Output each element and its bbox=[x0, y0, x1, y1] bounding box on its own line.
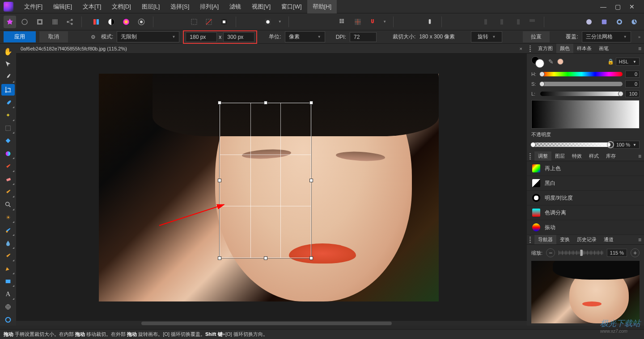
panel-tab[interactable]: 画笔 bbox=[595, 44, 612, 53]
clone-brush-tool-icon[interactable] bbox=[1, 186, 15, 198]
menu-item[interactable]: 窗口[W] bbox=[276, 0, 307, 13]
marquee-tool-icon[interactable] bbox=[1, 122, 15, 134]
panel-menu-icon[interactable]: ≡ bbox=[638, 153, 641, 159]
move-tool-icon[interactable] bbox=[1, 59, 15, 71]
crop-tool-icon[interactable] bbox=[1, 84, 15, 96]
snap-icon[interactable] bbox=[367, 16, 379, 28]
straighten-button[interactable]: 拉直 bbox=[523, 31, 550, 42]
zoom-value[interactable]: 115 % bbox=[607, 249, 627, 257]
color-mode-select[interactable]: HSL▼ bbox=[616, 58, 640, 66]
color-picker-wheel-icon[interactable] bbox=[1, 314, 15, 326]
invert-selection-icon[interactable] bbox=[218, 16, 230, 28]
workspace-export-icon[interactable] bbox=[64, 16, 76, 28]
mesh-tool-icon[interactable] bbox=[1, 301, 15, 313]
shape-donut-icon[interactable] bbox=[613, 16, 626, 28]
crop-handle[interactable] bbox=[218, 256, 221, 260]
panel-tab[interactable]: 样本条 bbox=[573, 44, 595, 53]
quick-mask-dropdown-icon[interactable]: ▼ bbox=[277, 16, 283, 28]
panel-tab[interactable]: 历史记录 bbox=[573, 235, 600, 244]
brush-tool-icon[interactable] bbox=[1, 96, 15, 109]
crop-handle[interactable] bbox=[309, 256, 313, 260]
eyedropper-icon[interactable]: ✎ bbox=[548, 58, 554, 65]
paint-brush-tool-icon[interactable] bbox=[1, 160, 15, 172]
quick-mask-icon[interactable] bbox=[262, 16, 274, 28]
sat-value[interactable]: 0 bbox=[625, 80, 640, 88]
crop-handle[interactable] bbox=[309, 101, 313, 105]
menu-item[interactable]: 编辑[E] bbox=[48, 0, 77, 13]
assistant-icon[interactable] bbox=[424, 16, 436, 28]
text-tool-icon[interactable]: A bbox=[1, 288, 15, 300]
burn-tool-icon[interactable]: ☀ bbox=[1, 212, 15, 224]
menu-item[interactable]: 滤镜 bbox=[224, 0, 246, 13]
panel-tab[interactable]: 颜色 bbox=[556, 44, 573, 53]
unit-select[interactable]: 像素▼ bbox=[285, 31, 325, 42]
menu-item[interactable]: 图层[L] bbox=[136, 0, 165, 13]
hue-slider[interactable] bbox=[540, 72, 623, 76]
eraser-tool-icon[interactable] bbox=[1, 173, 15, 185]
maximize-button[interactable]: ▢ bbox=[613, 2, 623, 11]
navigator-thumbnail[interactable] bbox=[531, 261, 640, 323]
snap-dropdown-icon[interactable]: ▼ bbox=[381, 16, 388, 28]
panel-menu-icon[interactable]: ≡ bbox=[638, 46, 641, 52]
sat-slider[interactable] bbox=[540, 82, 623, 86]
menu-item[interactable]: 选择[S] bbox=[165, 0, 195, 13]
auto-color-icon[interactable] bbox=[90, 16, 102, 28]
arrange-more-icon[interactable] bbox=[526, 16, 538, 28]
options-overflow-icon[interactable]: » bbox=[636, 35, 640, 39]
pen-tool-icon[interactable] bbox=[1, 263, 15, 275]
width-input[interactable]: 180 px bbox=[186, 32, 217, 42]
workspace-develop-icon[interactable] bbox=[34, 16, 46, 28]
opacity-value[interactable]: 100 %▼ bbox=[613, 141, 640, 149]
auto-contrast-icon[interactable] bbox=[105, 16, 118, 28]
minimize-button[interactable]: — bbox=[598, 2, 608, 11]
lock-icon[interactable]: 🔒 bbox=[607, 59, 614, 65]
color-gradient-box[interactable] bbox=[531, 100, 640, 129]
rotate-button[interactable]: 旋转▼ bbox=[471, 31, 502, 42]
color-swatch-icon[interactable] bbox=[531, 56, 545, 67]
light-slider[interactable] bbox=[540, 92, 623, 96]
arrange-right-icon[interactable] bbox=[511, 16, 523, 28]
sharpen-tool-icon[interactable] bbox=[1, 250, 15, 262]
canvas-area[interactable] bbox=[16, 54, 527, 326]
auto-levels-icon[interactable] bbox=[120, 16, 132, 28]
eyedropper-tool-icon[interactable] bbox=[1, 71, 15, 83]
horizontal-scrollbar[interactable] bbox=[16, 320, 527, 326]
close-button[interactable]: ✕ bbox=[627, 2, 637, 11]
menu-item[interactable]: 帮助[H] bbox=[307, 0, 337, 13]
magic-wand-tool-icon[interactable]: ✦ bbox=[1, 109, 15, 121]
guides-icon[interactable] bbox=[352, 16, 364, 28]
flood-fill-tool-icon[interactable] bbox=[1, 135, 15, 147]
gear-icon[interactable]: ⚙ bbox=[89, 33, 97, 42]
panel-tab[interactable]: 变换 bbox=[556, 235, 573, 244]
adjustment-item[interactable]: 明度/对比度 bbox=[527, 191, 644, 205]
height-input[interactable]: 300 px bbox=[223, 32, 254, 42]
menu-item[interactable]: 视图[V] bbox=[246, 0, 276, 13]
crop-handle[interactable] bbox=[309, 179, 313, 182]
close-tab-icon[interactable]: × bbox=[520, 46, 522, 51]
auto-wb-icon[interactable] bbox=[135, 16, 148, 28]
apply-button[interactable]: 应用 bbox=[4, 31, 36, 42]
crop-handle[interactable] bbox=[218, 179, 221, 182]
menu-item[interactable]: 文件[F] bbox=[19, 0, 48, 13]
deselect-icon[interactable] bbox=[203, 16, 215, 28]
arrange-center-icon[interactable] bbox=[496, 16, 508, 28]
light-value[interactable]: 100 bbox=[625, 90, 640, 97]
rectangle-tool-icon[interactable] bbox=[1, 276, 15, 288]
gradient-tool-icon[interactable] bbox=[1, 148, 15, 160]
heal-tool-icon[interactable] bbox=[1, 224, 15, 236]
blur-tool-icon[interactable] bbox=[1, 237, 15, 249]
zoom-out-button[interactable]: − bbox=[546, 248, 555, 257]
zoom-in-button[interactable]: + bbox=[631, 248, 640, 257]
panel-tab[interactable]: 导航器 bbox=[534, 235, 556, 244]
marquee-icon[interactable] bbox=[188, 16, 200, 28]
panel-tab[interactable]: 图层 bbox=[551, 151, 568, 161]
panel-tab[interactable]: 调整 bbox=[534, 151, 551, 161]
panel-tab[interactable]: 通道 bbox=[600, 235, 617, 244]
mode-select[interactable]: 无限制▼ bbox=[117, 31, 179, 42]
shape-pie-icon[interactable] bbox=[628, 16, 640, 28]
menu-item[interactable]: 排列[A] bbox=[195, 0, 224, 13]
document-tab[interactable]: 0af6eb24c5182e7f405855fc5fcf80b.jpg (115… bbox=[16, 45, 527, 53]
workspace-liquify-icon[interactable] bbox=[19, 16, 31, 28]
panel-grip-icon[interactable] bbox=[530, 153, 531, 159]
adjustment-item[interactable]: 再上色 bbox=[527, 161, 644, 176]
